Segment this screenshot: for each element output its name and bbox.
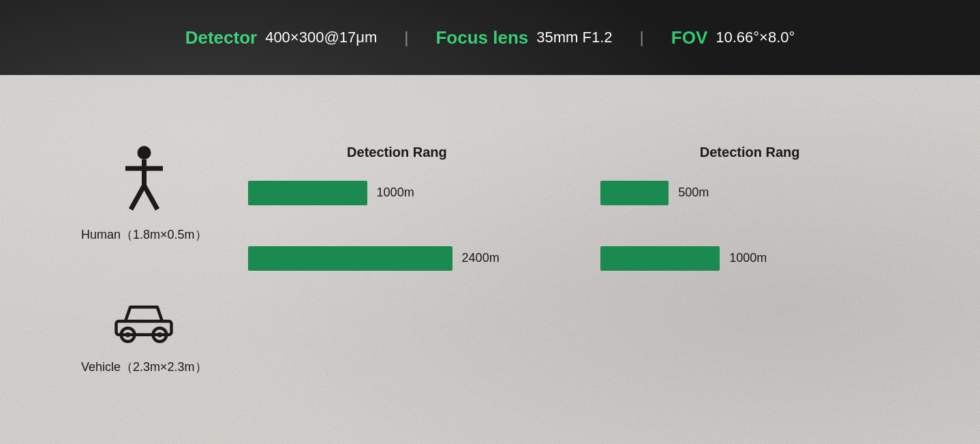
header-bar: Detector 400×300@17μm | Focus lens 35mm … <box>0 0 980 75</box>
svg-line-4 <box>144 186 157 209</box>
right-detection-title: Detection Rang <box>600 145 899 160</box>
fov-label: FOV <box>671 27 707 48</box>
left-vehicle-bar <box>248 246 453 271</box>
left-detection-title: Detection Rang <box>248 145 547 160</box>
svg-line-3 <box>131 186 144 209</box>
separator-2: | <box>640 28 644 47</box>
content-wrapper: Human（1.8m×0.5m） <box>81 145 899 375</box>
fov-item: FOV 10.66°×8.0° <box>671 27 795 48</box>
main-content: Human（1.8m×0.5m） <box>0 75 980 444</box>
right-vehicle-bar <box>600 246 720 271</box>
left-human-bar <box>248 181 367 205</box>
detection-columns: Detection Rang 1000m 2400m Detection Ran… <box>248 145 899 271</box>
right-human-bar <box>600 181 669 205</box>
svg-point-7 <box>125 332 130 337</box>
human-label: Human（1.8m×0.5m） <box>81 226 207 243</box>
left-human-value: 1000m <box>377 186 414 200</box>
fov-value: 10.66°×8.0° <box>716 29 795 46</box>
focus-lens-item: Focus lens 35mm F1.2 <box>435 27 612 48</box>
person-icon <box>119 145 170 216</box>
svg-point-0 <box>137 146 151 160</box>
vehicle-label: Vehicle（2.3m×2.3m） <box>81 359 207 375</box>
focus-label: Focus lens <box>435 27 528 48</box>
separator-1: | <box>404 28 408 47</box>
right-human-bar-row: 500m <box>600 181 899 205</box>
vehicle-icon-item: Vehicle（2.3m×2.3m） <box>81 297 207 375</box>
focus-value: 35mm F1.2 <box>536 29 612 46</box>
svg-point-9 <box>157 332 162 337</box>
icon-column: Human（1.8m×0.5m） <box>81 145 207 375</box>
left-human-bar-row: 1000m <box>248 181 547 205</box>
human-icon-item: Human（1.8m×0.5m） <box>81 145 207 243</box>
car-icon <box>113 297 174 348</box>
left-vehicle-value: 2400m <box>462 251 500 265</box>
left-bar-group: 1000m 2400m <box>248 181 547 271</box>
detector-item: Detector 400×300@17μm <box>185 27 378 48</box>
right-detection-column: Detection Rang 500m 1000m <box>600 145 899 271</box>
left-detection-column: Detection Rang 1000m 2400m <box>248 145 547 271</box>
detector-value: 400×300@17μm <box>265 29 377 46</box>
left-vehicle-bar-row: 2400m <box>248 246 547 271</box>
right-bar-group: 500m 1000m <box>600 181 899 271</box>
right-human-value: 500m <box>678 186 709 200</box>
right-vehicle-bar-row: 1000m <box>600 246 899 271</box>
right-vehicle-value: 1000m <box>729 251 767 265</box>
detector-label: Detector <box>185 27 257 48</box>
